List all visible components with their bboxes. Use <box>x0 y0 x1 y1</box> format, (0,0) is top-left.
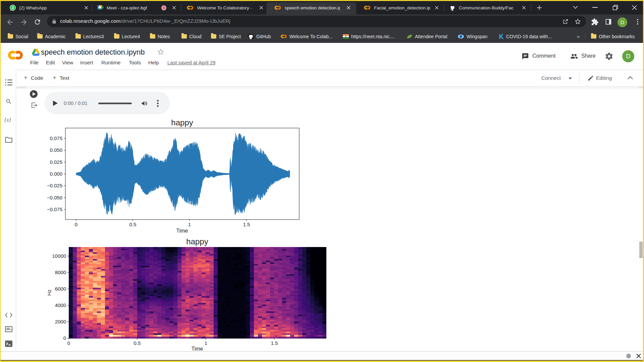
svg-text:1: 1 <box>188 222 191 227</box>
svg-text:Hz: Hz <box>46 290 52 296</box>
svg-text:0.025: 0.025 <box>50 159 62 165</box>
svg-text:happy: happy <box>186 237 208 246</box>
svg-text:6000: 6000 <box>55 286 66 292</box>
svg-text:0: 0 <box>75 222 77 227</box>
svg-text:Time: Time <box>176 228 188 234</box>
svg-text:0: 0 <box>63 335 66 341</box>
svg-text:1: 1 <box>205 340 207 346</box>
svg-text:−0.025: −0.025 <box>47 183 62 188</box>
svg-text:1.5: 1.5 <box>271 340 278 346</box>
svg-text:0.5: 0.5 <box>129 222 137 227</box>
svg-text:happy: happy <box>171 118 193 127</box>
svg-text:8000: 8000 <box>55 269 66 275</box>
svg-text:0.050: 0.050 <box>50 147 62 153</box>
svg-text:0.5: 0.5 <box>134 340 141 346</box>
svg-text:0.075: 0.075 <box>50 135 62 141</box>
svg-text:2000: 2000 <box>55 319 66 324</box>
svg-text:1.5: 1.5 <box>243 222 250 227</box>
svg-text:0.000: 0.000 <box>50 171 62 177</box>
svg-text:2: 2 <box>12 6 14 10</box>
svg-text:−0.075: −0.075 <box>47 206 62 212</box>
svg-text:−0.050: −0.050 <box>47 195 62 200</box>
svg-text:4000: 4000 <box>55 302 66 308</box>
svg-text:0: 0 <box>67 340 70 346</box>
svg-text:10000: 10000 <box>52 253 66 259</box>
svg-text:Time: Time <box>192 346 203 351</box>
